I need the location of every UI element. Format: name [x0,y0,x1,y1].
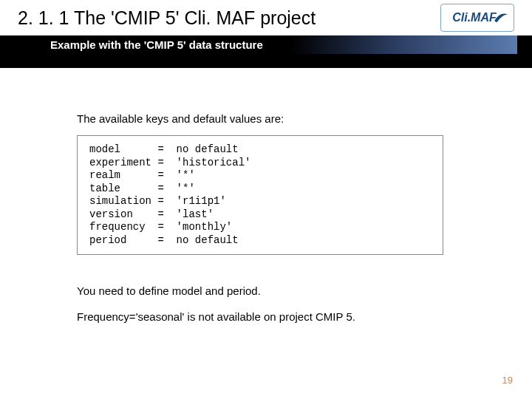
climaf-logo: Cli.MAF [440,4,514,32]
note-1: You need to define model and period. [77,284,466,297]
code-listing: model = no default experiment = 'histori… [89,143,431,247]
slide-subtitle: Example with the 'CMIP 5' data structure [50,38,482,51]
code-box: model = no default experiment = 'histori… [77,135,443,255]
subtitle-bar: Example with the 'CMIP 5' data structure [15,35,517,54]
slide-header: 2. 1. 1 The 'CMIP 5' Cli. MAF project Cl… [0,0,532,68]
intro-text: The available keys and default values ar… [77,112,466,125]
note-2: Frequency='seasonal' is not available on… [77,310,466,323]
slide-content: The available keys and default values ar… [0,68,532,323]
logo-text: Cli.MAF [452,11,497,24]
page-number: 19 [502,375,513,386]
slide-title: 2. 1. 1 The 'CMIP 5' Cli. MAF project [18,7,316,29]
swoosh-icon [493,10,509,24]
title-bar: 2. 1. 1 The 'CMIP 5' Cli. MAF project Cl… [0,0,532,35]
